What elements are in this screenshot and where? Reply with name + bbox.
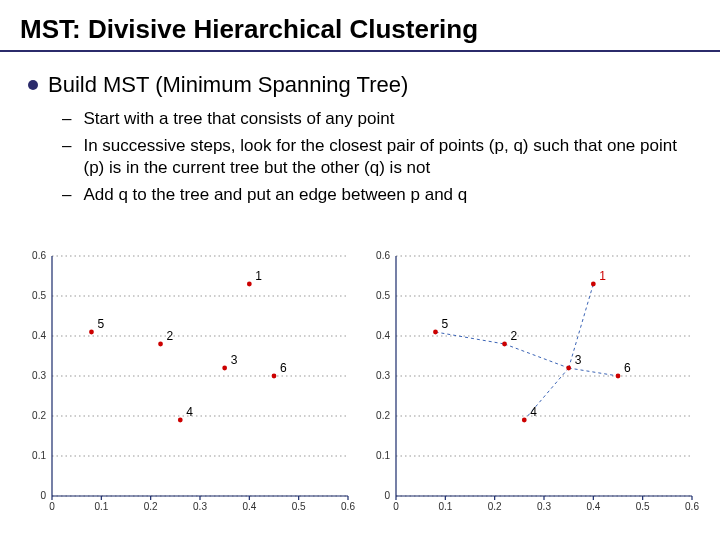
svg-point-77 bbox=[591, 282, 596, 287]
svg-text:0: 0 bbox=[40, 490, 46, 501]
svg-point-32 bbox=[158, 342, 163, 347]
dash-icon: – bbox=[62, 108, 71, 129]
svg-text:0.2: 0.2 bbox=[32, 410, 46, 421]
title-underline bbox=[0, 50, 720, 52]
svg-point-30 bbox=[247, 282, 252, 287]
svg-text:2: 2 bbox=[167, 329, 174, 343]
svg-text:5: 5 bbox=[441, 317, 448, 331]
bullet-dot-icon bbox=[28, 80, 38, 90]
svg-text:0.6: 0.6 bbox=[341, 501, 355, 512]
svg-text:0.4: 0.4 bbox=[586, 501, 600, 512]
svg-text:2: 2 bbox=[511, 329, 518, 343]
svg-text:4: 4 bbox=[530, 405, 537, 419]
svg-point-40 bbox=[272, 374, 277, 379]
svg-text:0.6: 0.6 bbox=[685, 501, 699, 512]
svg-point-38 bbox=[89, 330, 94, 335]
dash-icon: – bbox=[62, 135, 71, 156]
svg-text:0.1: 0.1 bbox=[32, 450, 46, 461]
charts-row: 00.10.20.30.40.50.600.10.20.30.40.50.612… bbox=[20, 248, 700, 518]
body: Build MST (Minimum Spanning Tree) – Star… bbox=[28, 72, 692, 211]
svg-text:0.2: 0.2 bbox=[144, 501, 158, 512]
svg-line-72 bbox=[435, 332, 504, 344]
svg-text:0.1: 0.1 bbox=[438, 501, 452, 512]
svg-line-74 bbox=[569, 368, 618, 376]
svg-line-73 bbox=[505, 344, 569, 368]
svg-point-36 bbox=[178, 418, 183, 423]
svg-text:5: 5 bbox=[97, 317, 104, 331]
svg-text:0.5: 0.5 bbox=[32, 290, 46, 301]
subbullet-2-text: In successive steps, look for the closes… bbox=[83, 135, 692, 178]
svg-text:0.5: 0.5 bbox=[376, 290, 390, 301]
svg-text:0.6: 0.6 bbox=[32, 250, 46, 261]
dash-icon: – bbox=[62, 184, 71, 205]
bullet-main: Build MST (Minimum Spanning Tree) bbox=[28, 72, 692, 98]
svg-text:0.2: 0.2 bbox=[488, 501, 502, 512]
svg-text:1: 1 bbox=[599, 269, 606, 283]
svg-point-81 bbox=[566, 366, 571, 371]
svg-text:3: 3 bbox=[575, 353, 582, 367]
svg-text:0.1: 0.1 bbox=[94, 501, 108, 512]
svg-text:3: 3 bbox=[231, 353, 238, 367]
svg-point-79 bbox=[502, 342, 507, 347]
svg-text:0.3: 0.3 bbox=[193, 501, 207, 512]
slide: MST: Divisive Hierarchical Clustering Bu… bbox=[0, 0, 720, 540]
svg-text:0.3: 0.3 bbox=[537, 501, 551, 512]
subbullet-1-text: Start with a tree that consists of any p… bbox=[83, 108, 394, 129]
bullet-main-text: Build MST (Minimum Spanning Tree) bbox=[48, 72, 408, 98]
svg-text:0.5: 0.5 bbox=[636, 501, 650, 512]
svg-text:0: 0 bbox=[49, 501, 55, 512]
slide-title: MST: Divisive Hierarchical Clustering bbox=[20, 14, 478, 45]
svg-text:0.6: 0.6 bbox=[376, 250, 390, 261]
chart-right: 00.10.20.30.40.50.600.10.20.30.40.50.612… bbox=[364, 248, 700, 518]
svg-text:0.5: 0.5 bbox=[292, 501, 306, 512]
svg-point-34 bbox=[222, 366, 227, 371]
svg-point-85 bbox=[433, 330, 438, 335]
subbullet-1: – Start with a tree that consists of any… bbox=[62, 108, 692, 129]
svg-text:0: 0 bbox=[393, 501, 399, 512]
svg-text:6: 6 bbox=[624, 361, 631, 375]
subbullet-3-text: Add q to the tree and put an edge betwee… bbox=[83, 184, 467, 205]
chart-left: 00.10.20.30.40.50.600.10.20.30.40.50.612… bbox=[20, 248, 356, 518]
subbullet-3: – Add q to the tree and put an edge betw… bbox=[62, 184, 692, 205]
svg-text:1: 1 bbox=[255, 269, 262, 283]
svg-text:0.3: 0.3 bbox=[32, 370, 46, 381]
svg-text:0.4: 0.4 bbox=[376, 330, 390, 341]
svg-text:0.1: 0.1 bbox=[376, 450, 390, 461]
svg-text:0.3: 0.3 bbox=[376, 370, 390, 381]
svg-text:6: 6 bbox=[280, 361, 287, 375]
svg-point-83 bbox=[522, 418, 527, 423]
svg-point-87 bbox=[616, 374, 621, 379]
subbullet-2: – In successive steps, look for the clos… bbox=[62, 135, 692, 178]
svg-text:0.4: 0.4 bbox=[32, 330, 46, 341]
svg-text:0: 0 bbox=[384, 490, 390, 501]
svg-text:0.4: 0.4 bbox=[242, 501, 256, 512]
svg-text:4: 4 bbox=[186, 405, 193, 419]
svg-text:0.2: 0.2 bbox=[376, 410, 390, 421]
